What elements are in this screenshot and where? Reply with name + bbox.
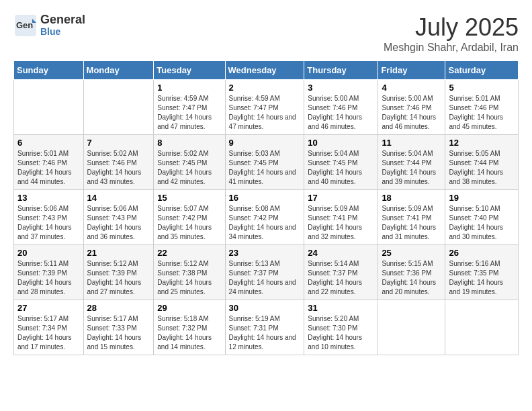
day-info: Sunrise: 5:09 AM Sunset: 7:41 PM Dayligh… xyxy=(308,204,374,242)
day-info: Sunrise: 5:04 AM Sunset: 7:45 PM Dayligh… xyxy=(308,149,374,187)
calendar-cell: 13Sunrise: 5:06 AM Sunset: 7:43 PM Dayli… xyxy=(14,190,84,245)
calendar-cell xyxy=(83,80,154,135)
calendar-cell: 12Sunrise: 5:05 AM Sunset: 7:44 PM Dayli… xyxy=(445,135,519,190)
day-number: 15 xyxy=(157,193,221,203)
day-info: Sunrise: 5:05 AM Sunset: 7:44 PM Dayligh… xyxy=(449,149,515,187)
day-info: Sunrise: 5:19 AM Sunset: 7:31 PM Dayligh… xyxy=(229,314,301,352)
calendar-header-row: Sunday Monday Tuesday Wednesday Thursday… xyxy=(14,61,519,80)
calendar-cell: 5Sunrise: 5:01 AM Sunset: 7:46 PM Daylig… xyxy=(445,80,519,135)
day-info: Sunrise: 5:00 AM Sunset: 7:46 PM Dayligh… xyxy=(382,94,441,132)
calendar-cell: 7Sunrise: 5:02 AM Sunset: 7:46 PM Daylig… xyxy=(83,135,154,190)
day-info: Sunrise: 5:01 AM Sunset: 7:46 PM Dayligh… xyxy=(449,94,515,132)
calendar-cell: 27Sunrise: 5:17 AM Sunset: 7:34 PM Dayli… xyxy=(14,300,84,355)
calendar-body: 1Sunrise: 4:59 AM Sunset: 7:47 PM Daylig… xyxy=(14,80,519,355)
day-info: Sunrise: 5:06 AM Sunset: 7:43 PM Dayligh… xyxy=(87,204,150,242)
calendar-cell: 18Sunrise: 5:09 AM Sunset: 7:41 PM Dayli… xyxy=(378,190,445,245)
day-number: 16 xyxy=(229,193,301,203)
calendar-cell: 21Sunrise: 5:12 AM Sunset: 7:39 PM Dayli… xyxy=(83,245,154,300)
header-sunday: Sunday xyxy=(14,61,84,80)
day-number: 2 xyxy=(229,83,301,93)
header-friday: Friday xyxy=(378,61,445,80)
day-number: 25 xyxy=(382,248,441,258)
day-number: 26 xyxy=(449,248,515,258)
calendar-cell: 22Sunrise: 5:12 AM Sunset: 7:38 PM Dayli… xyxy=(154,245,225,300)
day-number: 21 xyxy=(87,248,150,258)
calendar-cell: 1Sunrise: 4:59 AM Sunset: 7:47 PM Daylig… xyxy=(154,80,225,135)
day-info: Sunrise: 5:06 AM Sunset: 7:43 PM Dayligh… xyxy=(17,204,80,242)
day-info: Sunrise: 5:12 AM Sunset: 7:38 PM Dayligh… xyxy=(157,259,221,297)
day-info: Sunrise: 5:20 AM Sunset: 7:30 PM Dayligh… xyxy=(308,314,374,352)
calendar-cell: 31Sunrise: 5:20 AM Sunset: 7:30 PM Dayli… xyxy=(304,300,378,355)
calendar-cell: 15Sunrise: 5:07 AM Sunset: 7:42 PM Dayli… xyxy=(154,190,225,245)
header-saturday: Saturday xyxy=(445,61,519,80)
day-number: 22 xyxy=(157,248,221,258)
day-number: 29 xyxy=(157,303,221,313)
calendar-cell: 3Sunrise: 5:00 AM Sunset: 7:46 PM Daylig… xyxy=(304,80,378,135)
day-number: 11 xyxy=(382,138,441,148)
day-info: Sunrise: 5:07 AM Sunset: 7:42 PM Dayligh… xyxy=(157,204,221,242)
month-year: July 2025 xyxy=(384,13,519,42)
calendar-week-row: 1Sunrise: 4:59 AM Sunset: 7:47 PM Daylig… xyxy=(14,80,519,135)
day-number: 14 xyxy=(87,193,150,203)
calendar-cell: 4Sunrise: 5:00 AM Sunset: 7:46 PM Daylig… xyxy=(378,80,445,135)
calendar-cell: 11Sunrise: 5:04 AM Sunset: 7:44 PM Dayli… xyxy=(378,135,445,190)
day-info: Sunrise: 5:15 AM Sunset: 7:36 PM Dayligh… xyxy=(382,259,441,297)
day-number: 5 xyxy=(449,83,515,93)
calendar-cell: 20Sunrise: 5:11 AM Sunset: 7:39 PM Dayli… xyxy=(14,245,84,300)
calendar-cell: 24Sunrise: 5:14 AM Sunset: 7:37 PM Dayli… xyxy=(304,245,378,300)
day-number: 20 xyxy=(17,248,80,258)
day-number: 30 xyxy=(229,303,301,313)
day-number: 18 xyxy=(382,193,441,203)
logo-general: General xyxy=(40,13,85,27)
svg-text:Gen: Gen xyxy=(16,20,33,30)
day-info: Sunrise: 5:08 AM Sunset: 7:42 PM Dayligh… xyxy=(229,204,301,242)
calendar-cell xyxy=(14,80,84,135)
day-info: Sunrise: 5:04 AM Sunset: 7:44 PM Dayligh… xyxy=(382,149,441,187)
calendar-cell: 2Sunrise: 4:59 AM Sunset: 7:47 PM Daylig… xyxy=(225,80,304,135)
header-wednesday: Wednesday xyxy=(225,61,304,80)
location: Meshgin Shahr, Ardabil, Iran xyxy=(384,42,519,54)
header-tuesday: Tuesday xyxy=(154,61,225,80)
day-info: Sunrise: 5:12 AM Sunset: 7:39 PM Dayligh… xyxy=(87,259,150,297)
day-number: 17 xyxy=(308,193,374,203)
calendar-table: Sunday Monday Tuesday Wednesday Thursday… xyxy=(13,60,519,355)
header-thursday: Thursday xyxy=(304,61,378,80)
calendar-cell: 23Sunrise: 5:13 AM Sunset: 7:37 PM Dayli… xyxy=(225,245,304,300)
day-number: 27 xyxy=(17,303,80,313)
calendar-cell: 16Sunrise: 5:08 AM Sunset: 7:42 PM Dayli… xyxy=(225,190,304,245)
calendar-cell: 29Sunrise: 5:18 AM Sunset: 7:32 PM Dayli… xyxy=(154,300,225,355)
day-number: 9 xyxy=(229,138,301,148)
calendar-week-row: 13Sunrise: 5:06 AM Sunset: 7:43 PM Dayli… xyxy=(14,190,519,245)
logo-blue: Blue xyxy=(40,27,85,37)
day-number: 19 xyxy=(449,193,515,203)
day-info: Sunrise: 5:10 AM Sunset: 7:40 PM Dayligh… xyxy=(449,204,515,242)
day-info: Sunrise: 5:03 AM Sunset: 7:45 PM Dayligh… xyxy=(229,149,301,187)
calendar-week-row: 6Sunrise: 5:01 AM Sunset: 7:46 PM Daylig… xyxy=(14,135,519,190)
calendar-cell: 17Sunrise: 5:09 AM Sunset: 7:41 PM Dayli… xyxy=(304,190,378,245)
day-info: Sunrise: 5:01 AM Sunset: 7:46 PM Dayligh… xyxy=(17,149,80,187)
calendar-week-row: 20Sunrise: 5:11 AM Sunset: 7:39 PM Dayli… xyxy=(14,245,519,300)
calendar-cell: 30Sunrise: 5:19 AM Sunset: 7:31 PM Dayli… xyxy=(225,300,304,355)
calendar-cell: 28Sunrise: 5:17 AM Sunset: 7:33 PM Dayli… xyxy=(83,300,154,355)
day-number: 1 xyxy=(157,83,221,93)
day-info: Sunrise: 5:02 AM Sunset: 7:45 PM Dayligh… xyxy=(157,149,221,187)
day-info: Sunrise: 5:18 AM Sunset: 7:32 PM Dayligh… xyxy=(157,314,221,352)
day-info: Sunrise: 5:13 AM Sunset: 7:37 PM Dayligh… xyxy=(229,259,301,297)
logo: Gen General Blue xyxy=(13,13,85,38)
day-info: Sunrise: 5:17 AM Sunset: 7:33 PM Dayligh… xyxy=(87,314,150,352)
day-number: 23 xyxy=(229,248,301,258)
day-info: Sunrise: 5:16 AM Sunset: 7:35 PM Dayligh… xyxy=(449,259,515,297)
calendar-cell: 25Sunrise: 5:15 AM Sunset: 7:36 PM Dayli… xyxy=(378,245,445,300)
calendar-cell: 19Sunrise: 5:10 AM Sunset: 7:40 PM Dayli… xyxy=(445,190,519,245)
day-number: 31 xyxy=(308,303,374,313)
day-info: Sunrise: 5:00 AM Sunset: 7:46 PM Dayligh… xyxy=(308,94,374,132)
day-number: 28 xyxy=(87,303,150,313)
day-info: Sunrise: 5:09 AM Sunset: 7:41 PM Dayligh… xyxy=(382,204,441,242)
day-number: 3 xyxy=(308,83,374,93)
calendar-cell: 8Sunrise: 5:02 AM Sunset: 7:45 PM Daylig… xyxy=(154,135,225,190)
day-number: 4 xyxy=(382,83,441,93)
day-number: 24 xyxy=(308,248,374,258)
day-number: 8 xyxy=(157,138,221,148)
calendar-week-row: 27Sunrise: 5:17 AM Sunset: 7:34 PM Dayli… xyxy=(14,300,519,355)
calendar-cell xyxy=(445,300,519,355)
